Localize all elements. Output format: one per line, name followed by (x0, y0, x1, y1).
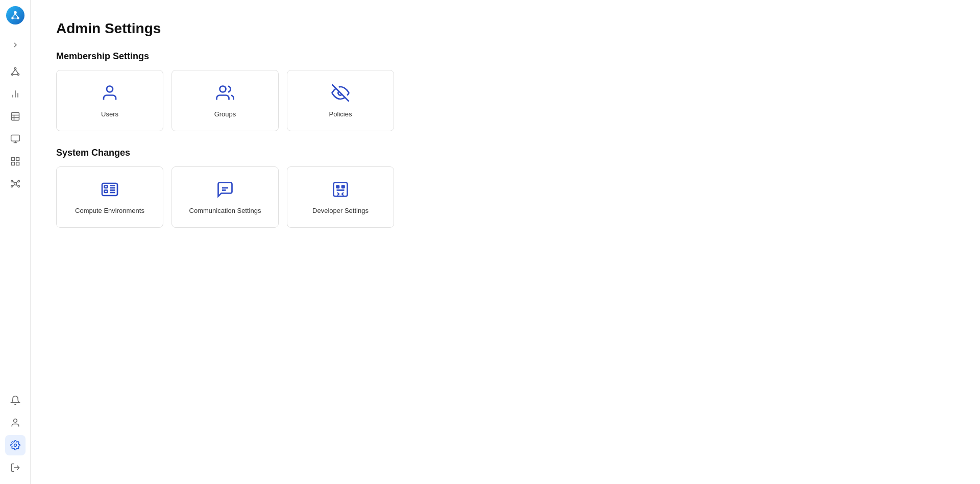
svg-rect-22 (11, 158, 14, 161)
card-policies[interactable]: Policies (287, 70, 394, 131)
svg-rect-43 (105, 190, 108, 192)
card-groups[interactable]: Groups (172, 70, 279, 131)
card-developer-label: Developer Settings (312, 207, 369, 214)
card-policies-label: Policies (329, 110, 352, 118)
svg-line-9 (12, 69, 15, 74)
sidebar-item-settings[interactable] (5, 435, 26, 455)
sidebar-item-logout[interactable] (5, 457, 26, 478)
sidebar-item-chart[interactable] (5, 84, 26, 104)
sidebar-item-bell[interactable] (5, 390, 26, 410)
membership-cards: Users Groups Policies (56, 70, 954, 131)
card-compute-label: Compute Environments (75, 207, 144, 214)
svg-point-36 (14, 444, 16, 447)
code-icon (331, 180, 350, 201)
group-icon (216, 84, 234, 104)
card-communication[interactable]: Communication Settings (172, 166, 279, 228)
section-title-system: System Changes (56, 148, 954, 158)
svg-line-33 (13, 185, 14, 186)
section-title-membership: Membership Settings (56, 51, 954, 62)
svg-point-35 (13, 419, 17, 423)
sidebar-collapse-button[interactable] (5, 35, 26, 55)
svg-rect-19 (11, 135, 19, 141)
card-users[interactable]: Users (56, 70, 163, 131)
svg-rect-25 (16, 162, 19, 165)
svg-rect-50 (334, 182, 348, 196)
sidebar-item-widgets[interactable] (5, 151, 26, 172)
sidebar-item-table[interactable] (5, 106, 26, 127)
sidebar-item-person[interactable] (5, 413, 26, 433)
svg-point-29 (11, 185, 12, 187)
card-groups-label: Groups (214, 110, 236, 118)
svg-line-3 (12, 14, 15, 17)
svg-rect-52 (342, 185, 345, 188)
sidebar-item-monitor[interactable] (5, 129, 26, 149)
svg-rect-51 (337, 185, 339, 188)
svg-point-30 (18, 185, 19, 187)
card-communication-label: Communication Settings (189, 207, 261, 214)
svg-line-10 (15, 69, 18, 74)
svg-point-38 (107, 86, 113, 92)
svg-point-39 (220, 86, 226, 92)
svg-point-0 (14, 11, 17, 14)
sidebar-item-hub[interactable] (5, 61, 26, 82)
svg-line-32 (16, 181, 17, 183)
svg-line-31 (13, 181, 14, 183)
user-icon (101, 84, 119, 104)
svg-line-34 (16, 185, 17, 186)
card-developer[interactable]: Developer Settings (287, 166, 394, 228)
page-title: Admin Settings (56, 20, 954, 37)
card-compute[interactable]: Compute Environments (56, 166, 163, 228)
app-logo[interactable] (6, 6, 24, 25)
svg-point-27 (11, 180, 12, 182)
svg-rect-15 (11, 113, 19, 120)
card-users-label: Users (101, 110, 118, 118)
svg-rect-23 (16, 158, 19, 161)
eye-off-icon (331, 84, 350, 104)
sidebar-item-network[interactable] (5, 174, 26, 194)
sidebar (0, 0, 31, 484)
main-content: Admin Settings Membership Settings Users (31, 0, 980, 484)
compute-icon (101, 180, 119, 201)
chat-icon (216, 180, 234, 201)
svg-point-6 (14, 68, 16, 69)
svg-rect-42 (105, 185, 108, 188)
svg-point-28 (18, 180, 19, 182)
svg-rect-24 (11, 162, 14, 165)
system-cards: Compute Environments Communication Setti… (56, 166, 954, 228)
svg-line-4 (15, 14, 18, 17)
